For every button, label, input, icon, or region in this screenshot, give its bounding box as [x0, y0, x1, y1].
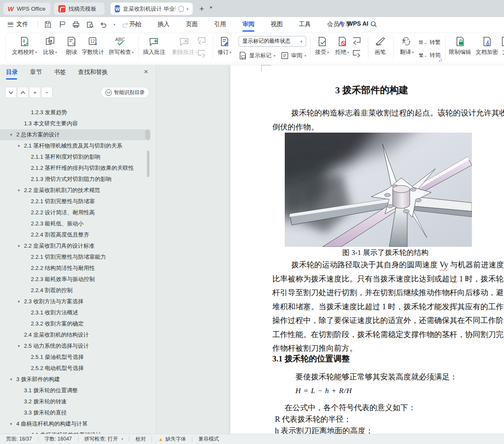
menu-tab[interactable]: 工具	[298, 18, 312, 31]
save-icon[interactable]	[43, 20, 52, 29]
translate-label: 翻译	[400, 48, 411, 56]
collapse-toggle-icon[interactable]: ▼	[17, 189, 21, 192]
word-count-button[interactable]: 12 字数统计	[79, 34, 107, 61]
toc-item[interactable]: 2.2.2 结构简洁性与耐用性	[0, 263, 151, 274]
spell-check-button[interactable]: ABC 拼写检查▾	[106, 34, 136, 61]
pen-label: 画笔	[375, 48, 386, 56]
menu-tab[interactable]: 页面	[185, 18, 199, 31]
collapse-toggle-icon[interactable]: ▼	[17, 344, 21, 348]
doc-proof-button[interactable]: a 文档校对▾	[11, 34, 38, 61]
collapse-toggle-icon[interactable]: ▼	[9, 378, 13, 382]
collapse-toggle-icon[interactable]: ▼	[17, 244, 21, 248]
menu-tab[interactable]: 引用	[213, 18, 227, 31]
track-changes-button[interactable]: 修订▾	[211, 34, 238, 61]
restrict-edit-button[interactable]: 限制编辑	[446, 34, 474, 61]
wps-ai-button[interactable]: WPS AI	[337, 20, 368, 27]
to-traditional-button[interactable]: 简→ 转繁	[419, 37, 441, 48]
new-tab-button[interactable]: +	[196, 3, 207, 15]
toc-item[interactable]: 2.2.2 设计简洁、耐用性高	[0, 207, 151, 218]
toc-item[interactable]: 2.1.2 茎秆纤维的排列与切割效果的关联性	[0, 163, 151, 174]
toc-item[interactable]: 2.2.4 割茬的控制	[0, 285, 151, 296]
missing-font-indicator[interactable]: ▲缺失字体	[152, 435, 192, 443]
toc-item[interactable]: ▼2.1 茎杆物理机械性质及其与切割的关系	[0, 140, 151, 151]
review-pane-button[interactable]: 审阅 ▾	[280, 50, 306, 61]
toc-item[interactable]: 1.3 本文研究主要内容	[0, 118, 151, 129]
collapse-toggle-icon[interactable]: ▼	[9, 422, 13, 426]
toc-item[interactable]: 2.2.3 能耗效率与振动控制	[0, 274, 151, 285]
clipped-ribbon-button[interactable]: 文	[497, 34, 504, 61]
toc-item[interactable]: ▼3 拨禾部件的构建	[0, 374, 151, 385]
toc-item[interactable]: ▼4 曲柄连杆机构的构建与计算	[0, 418, 151, 429]
reel-wheel-figure-image[interactable]	[285, 133, 472, 247]
toc-item[interactable]: 2.2.1 切割完整性与防堵塞	[0, 196, 151, 207]
toc-item[interactable]: 2.2.1 切割完整性与防堵塞能力	[0, 252, 151, 263]
toc-item[interactable]: 2.1.1 茎秆刚度对切割的影响	[0, 151, 151, 163]
undo-chevron-icon[interactable]: ▾	[113, 23, 115, 27]
toc-item[interactable]: 2.5.1 柴油机型号选择	[0, 352, 151, 363]
toc-item[interactable]: 3.1 拨禾轮的位置调整	[0, 385, 151, 396]
sidebar-tab[interactable]: 目录	[6, 68, 18, 80]
menu-tab[interactable]: 开始	[128, 18, 142, 31]
tab-list-chevron-icon[interactable]: ▾	[210, 5, 212, 10]
translate-button[interactable]: 文A 翻译▾	[393, 34, 420, 61]
tab-wps-office[interactable]: W WPS Office	[3, 3, 51, 15]
print-icon[interactable]	[71, 20, 81, 29]
menu-tab[interactable]: 视图	[270, 18, 283, 31]
undo-icon[interactable]	[99, 20, 109, 29]
toc-item[interactable]: 2.2.3 能耗低、振动小	[0, 218, 151, 229]
toc-item[interactable]: ▼2.3 收割方法与方案选择	[0, 296, 151, 307]
page-indicator[interactable]: 页面: 18/37	[6, 435, 38, 443]
to-simplified-button[interactable]: 繁→ 转简	[419, 50, 441, 61]
toc-item[interactable]: ▼2 总体方案的设计	[0, 129, 146, 140]
insert-comment-button[interactable]: 插入批注	[140, 34, 168, 61]
print-preview-icon[interactable]	[85, 20, 95, 29]
sidebar-scrollbar-thumb[interactable]	[147, 151, 149, 177]
next-change-icon[interactable]	[352, 49, 362, 58]
collapse-toggle-icon[interactable]: ▼	[17, 300, 21, 304]
toc-zoom-out-button[interactable]: −	[41, 87, 53, 98]
document-page[interactable]: 3 拨禾部件的构建 拨禾轮的构造标志着韭菜收割过程的起点。该轮的设计允许其收获无…	[230, 65, 504, 434]
group-expand-icon[interactable]: ◿	[438, 57, 442, 62]
toc-item[interactable]: ▼2.2 韭菜收割机割刀的技术规范	[0, 185, 151, 196]
toc-item[interactable]: 2.1.3 滑切方式对切割阻力的影响	[0, 174, 151, 185]
toc-item[interactable]: 2.5.2 电动机型号选择	[0, 363, 151, 374]
sidebar-tab[interactable]: 书签	[54, 68, 66, 80]
sidebar-tab[interactable]: 查找和替换	[78, 68, 108, 80]
compat-mode-indicator[interactable]: 兼容模式	[192, 435, 225, 443]
toc-zoom-in-button[interactable]: +	[29, 87, 41, 98]
quick-toolbar: ▾ ▾	[43, 20, 136, 29]
proofread-button[interactable]: 校对	[129, 435, 152, 443]
smart-toc-button[interactable]: 智能识别目录	[101, 87, 149, 98]
menu-tab[interactable]: 审阅	[242, 18, 255, 31]
sidebar-scrollbar-thumb[interactable]	[145, 129, 150, 140]
pen-button[interactable]: 画笔	[367, 34, 394, 61]
toc-item[interactable]: 4.1 曲柄连杆机构的基础设计	[0, 429, 151, 434]
sidebar-tab[interactable]: 章节	[30, 68, 42, 80]
search-icon[interactable]	[370, 21, 377, 28]
file-menu-button[interactable]: 文件	[8, 20, 28, 29]
previous-change-icon[interactable]	[352, 36, 362, 45]
tab-docer-templates[interactable]: 找稿壳模板	[54, 3, 104, 15]
collapse-toggle-icon[interactable]: ▼	[9, 133, 13, 137]
export-pdf-icon[interactable]	[57, 20, 66, 29]
show-markup-button[interactable]: 显示标记 ▾	[239, 50, 275, 61]
toc-expand-button[interactable]	[17, 87, 29, 98]
toc-item[interactable]: 2.3.2 收割方案的确定	[0, 318, 151, 329]
tab-document[interactable]: W 韭菜收割机设计 毕业论文定稿	[110, 3, 193, 15]
close-icon[interactable]: ×	[144, 68, 148, 76]
spellcheck-indicator[interactable]: 拼写检查: 打开▾	[78, 435, 129, 443]
toc-item[interactable]: ▼2.5 动力系统的选择与设计	[0, 340, 151, 352]
toc-item[interactable]: 2.3.1 收割方法概述	[0, 307, 151, 318]
toc-item[interactable]: ▼2.2 韭菜收割刀具的设计标准	[0, 240, 151, 252]
collapse-toggle-icon[interactable]: ▼	[17, 144, 21, 148]
comment-bubble-icon[interactable]	[179, 6, 183, 12]
toc-item[interactable]: 2.2.4 割茬高度低且整齐	[0, 229, 151, 240]
toc-collapse-button[interactable]	[5, 87, 17, 98]
menu-tab[interactable]: 插入	[157, 18, 170, 31]
word-count-indicator[interactable]: 字数: 16047	[39, 435, 78, 443]
toc-item[interactable]: 3.2 拨禾轮的转速	[0, 396, 151, 407]
toc-item[interactable]: 1.2.3 发展趋势	[0, 107, 151, 118]
toc-item[interactable]: 2.4 韭菜收割机的结构设计	[0, 329, 151, 340]
toc-item[interactable]: 3.3 拨禾轮的直径	[0, 407, 151, 418]
markup-state-select[interactable]: 显示标记的最终状态 ▾	[239, 36, 306, 47]
